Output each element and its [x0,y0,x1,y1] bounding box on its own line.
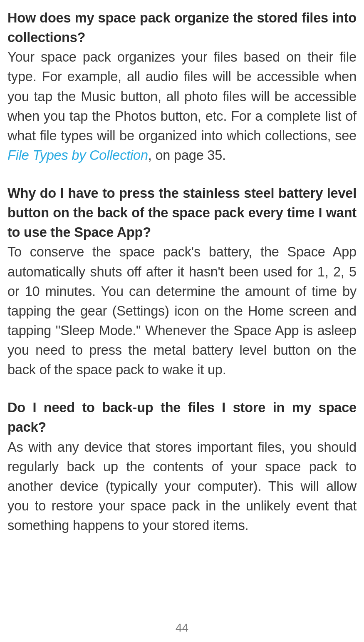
faq-section-1: How does my space pack organize the stor… [7,8,357,165]
faq-question-1: How does my space pack organize the stor… [7,10,357,45]
faq-question-2: Why do I have to press the stainless ste… [7,186,357,240]
answer-text-before-link: Your space pack organizes your files bas… [7,50,357,143]
file-types-link[interactable]: File Types by Collection [7,148,148,163]
faq-answer-1: Your space pack organizes your files bas… [7,50,357,163]
page-number: 44 [0,621,364,635]
document-content: How does my space pack organize the stor… [7,8,357,535]
faq-answer-2: To conserve the space pack's battery, th… [7,244,357,377]
faq-section-3: Do I need to back-up the files I store i… [7,398,357,535]
faq-section-2: Why do I have to press the stainless ste… [7,184,357,380]
faq-question-3: Do I need to back-up the files I store i… [7,400,357,435]
faq-answer-3: As with any device that stores important… [7,440,357,533]
answer-text-after-link: , on page 35. [148,148,226,163]
